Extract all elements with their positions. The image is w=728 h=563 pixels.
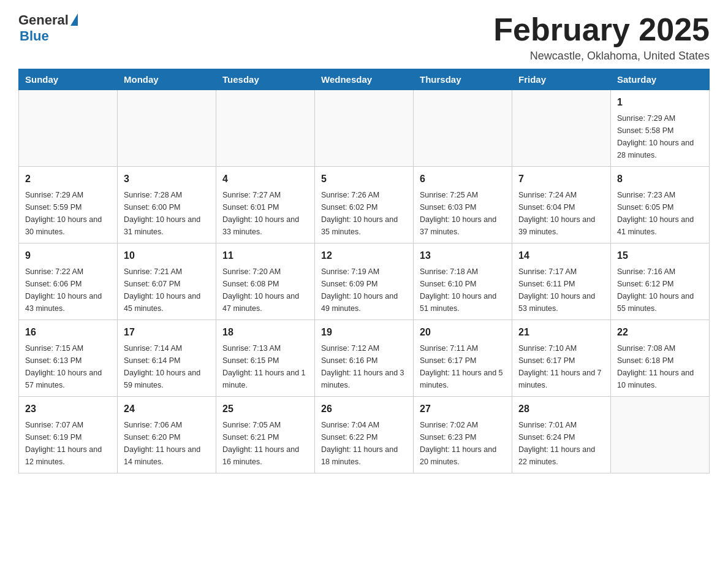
- day-number: 1: [617, 95, 703, 110]
- day-info: Sunrise: 7:07 AMSunset: 6:19 PMDaylight:…: [25, 419, 111, 468]
- calendar-day-cell: 6Sunrise: 7:25 AMSunset: 6:03 PMDaylight…: [414, 167, 512, 243]
- calendar-day-cell: 24Sunrise: 7:06 AMSunset: 6:20 PMDayligh…: [118, 397, 216, 473]
- calendar-day-header: Wednesday: [315, 69, 414, 90]
- calendar-day-cell: 1Sunrise: 7:29 AMSunset: 5:58 PMDaylight…: [611, 90, 710, 167]
- day-info: Sunrise: 7:21 AMSunset: 6:07 PMDaylight:…: [124, 266, 210, 315]
- calendar-day-header: Tuesday: [216, 69, 315, 90]
- day-number: 17: [124, 325, 210, 340]
- calendar-day-header: Sunday: [19, 69, 118, 90]
- day-number: 20: [420, 325, 506, 340]
- calendar-day-cell: 7Sunrise: 7:24 AMSunset: 6:04 PMDaylight…: [512, 167, 611, 243]
- day-info: Sunrise: 7:10 AMSunset: 6:17 PMDaylight:…: [518, 342, 604, 391]
- day-number: 25: [222, 402, 308, 416]
- calendar-day-cell: 21Sunrise: 7:10 AMSunset: 6:17 PMDayligh…: [512, 320, 611, 397]
- day-info: Sunrise: 7:08 AMSunset: 6:18 PMDaylight:…: [617, 342, 703, 391]
- day-number: 14: [518, 248, 604, 263]
- calendar-week-row: 23Sunrise: 7:07 AMSunset: 6:19 PMDayligh…: [19, 397, 710, 473]
- day-number: 18: [222, 325, 308, 340]
- calendar-day-cell: 4Sunrise: 7:27 AMSunset: 6:01 PMDaylight…: [216, 167, 315, 243]
- calendar-day-cell: 10Sunrise: 7:21 AMSunset: 6:07 PMDayligh…: [118, 243, 216, 320]
- calendar-day-cell: 12Sunrise: 7:19 AMSunset: 6:09 PMDayligh…: [315, 243, 414, 320]
- logo-blue-text: Blue: [20, 28, 49, 44]
- day-info: Sunrise: 7:28 AMSunset: 6:00 PMDaylight:…: [124, 189, 210, 238]
- calendar-day-cell: 27Sunrise: 7:02 AMSunset: 6:23 PMDayligh…: [414, 397, 512, 473]
- calendar-day-header: Friday: [512, 69, 611, 90]
- day-number: 27: [420, 402, 506, 416]
- day-info: Sunrise: 7:27 AMSunset: 6:01 PMDaylight:…: [222, 189, 308, 238]
- calendar-day-cell: [216, 90, 315, 167]
- calendar-day-cell: 3Sunrise: 7:28 AMSunset: 6:00 PMDaylight…: [118, 167, 216, 243]
- page-header: General Blue February 2025 Newcastle, Ok…: [18, 12, 710, 63]
- calendar-day-cell: [19, 90, 118, 167]
- day-number: 11: [222, 248, 308, 263]
- day-info: Sunrise: 7:12 AMSunset: 6:16 PMDaylight:…: [321, 342, 407, 391]
- calendar-day-cell: 5Sunrise: 7:26 AMSunset: 6:02 PMDaylight…: [315, 167, 414, 243]
- day-info: Sunrise: 7:23 AMSunset: 6:05 PMDaylight:…: [617, 189, 703, 238]
- calendar-day-cell: 16Sunrise: 7:15 AMSunset: 6:13 PMDayligh…: [19, 320, 118, 397]
- calendar-day-cell: 11Sunrise: 7:20 AMSunset: 6:08 PMDayligh…: [216, 243, 315, 320]
- calendar-day-cell: 22Sunrise: 7:08 AMSunset: 6:18 PMDayligh…: [611, 320, 710, 397]
- day-number: 5: [321, 172, 407, 186]
- day-info: Sunrise: 7:19 AMSunset: 6:09 PMDaylight:…: [321, 266, 407, 315]
- calendar-day-header: Thursday: [414, 69, 512, 90]
- logo-triangle-icon: [69, 13, 78, 28]
- day-number: 3: [124, 172, 210, 186]
- day-info: Sunrise: 7:11 AMSunset: 6:17 PMDaylight:…: [420, 342, 506, 391]
- day-info: Sunrise: 7:16 AMSunset: 6:12 PMDaylight:…: [617, 266, 703, 315]
- logo: General Blue: [18, 12, 78, 44]
- calendar-day-cell: [414, 90, 512, 167]
- calendar-day-cell: 28Sunrise: 7:01 AMSunset: 6:24 PMDayligh…: [512, 397, 611, 473]
- day-number: 15: [617, 248, 703, 263]
- day-info: Sunrise: 7:29 AMSunset: 5:59 PMDaylight:…: [25, 189, 111, 238]
- day-info: Sunrise: 7:13 AMSunset: 6:15 PMDaylight:…: [222, 342, 308, 391]
- day-number: 2: [25, 172, 111, 186]
- day-number: 26: [321, 402, 407, 416]
- calendar-week-row: 16Sunrise: 7:15 AMSunset: 6:13 PMDayligh…: [19, 320, 710, 397]
- day-info: Sunrise: 7:06 AMSunset: 6:20 PMDaylight:…: [124, 419, 210, 468]
- calendar-header-row: SundayMondayTuesdayWednesdayThursdayFrid…: [19, 69, 710, 90]
- calendar-day-cell: 8Sunrise: 7:23 AMSunset: 6:05 PMDaylight…: [611, 167, 710, 243]
- calendar-day-cell: 15Sunrise: 7:16 AMSunset: 6:12 PMDayligh…: [611, 243, 710, 320]
- calendar-day-cell: 25Sunrise: 7:05 AMSunset: 6:21 PMDayligh…: [216, 397, 315, 473]
- day-number: 10: [124, 248, 210, 263]
- day-info: Sunrise: 7:22 AMSunset: 6:06 PMDaylight:…: [25, 266, 111, 315]
- day-info: Sunrise: 7:29 AMSunset: 5:58 PMDaylight:…: [617, 112, 703, 161]
- day-number: 16: [25, 325, 111, 340]
- calendar-day-cell: 19Sunrise: 7:12 AMSunset: 6:16 PMDayligh…: [315, 320, 414, 397]
- calendar-day-cell: [512, 90, 611, 167]
- day-number: 8: [617, 172, 703, 186]
- day-info: Sunrise: 7:02 AMSunset: 6:23 PMDaylight:…: [420, 419, 506, 468]
- calendar-day-header: Monday: [118, 69, 216, 90]
- title-section: February 2025 Newcastle, Oklahoma, Unite…: [493, 12, 710, 63]
- calendar-day-cell: 9Sunrise: 7:22 AMSunset: 6:06 PMDaylight…: [19, 243, 118, 320]
- day-info: Sunrise: 7:17 AMSunset: 6:11 PMDaylight:…: [518, 266, 604, 315]
- day-info: Sunrise: 7:01 AMSunset: 6:24 PMDaylight:…: [518, 419, 604, 468]
- calendar-day-cell: [315, 90, 414, 167]
- day-info: Sunrise: 7:14 AMSunset: 6:14 PMDaylight:…: [124, 342, 210, 391]
- calendar-week-row: 9Sunrise: 7:22 AMSunset: 6:06 PMDaylight…: [19, 243, 710, 320]
- day-info: Sunrise: 7:18 AMSunset: 6:10 PMDaylight:…: [420, 266, 506, 315]
- day-info: Sunrise: 7:15 AMSunset: 6:13 PMDaylight:…: [25, 342, 111, 391]
- month-title: February 2025: [493, 12, 710, 47]
- logo-general-text: General: [18, 12, 69, 28]
- calendar-week-row: 1Sunrise: 7:29 AMSunset: 5:58 PMDaylight…: [19, 90, 710, 167]
- day-info: Sunrise: 7:05 AMSunset: 6:21 PMDaylight:…: [222, 419, 308, 468]
- day-number: 21: [518, 325, 604, 340]
- day-number: 4: [222, 172, 308, 186]
- day-number: 6: [420, 172, 506, 186]
- day-info: Sunrise: 7:26 AMSunset: 6:02 PMDaylight:…: [321, 189, 407, 238]
- calendar-day-cell: 18Sunrise: 7:13 AMSunset: 6:15 PMDayligh…: [216, 320, 315, 397]
- day-number: 24: [124, 402, 210, 416]
- day-number: 22: [617, 325, 703, 340]
- day-info: Sunrise: 7:24 AMSunset: 6:04 PMDaylight:…: [518, 189, 604, 238]
- calendar-table: SundayMondayTuesdayWednesdayThursdayFrid…: [18, 69, 710, 473]
- calendar-week-row: 2Sunrise: 7:29 AMSunset: 5:59 PMDaylight…: [19, 167, 710, 243]
- calendar-day-cell: [611, 397, 710, 473]
- location-label: Newcastle, Oklahoma, United States: [493, 50, 710, 63]
- calendar-day-cell: [118, 90, 216, 167]
- day-number: 19: [321, 325, 407, 340]
- calendar-day-cell: 20Sunrise: 7:11 AMSunset: 6:17 PMDayligh…: [414, 320, 512, 397]
- calendar-day-cell: 14Sunrise: 7:17 AMSunset: 6:11 PMDayligh…: [512, 243, 611, 320]
- calendar-day-cell: 13Sunrise: 7:18 AMSunset: 6:10 PMDayligh…: [414, 243, 512, 320]
- day-number: 28: [518, 402, 604, 416]
